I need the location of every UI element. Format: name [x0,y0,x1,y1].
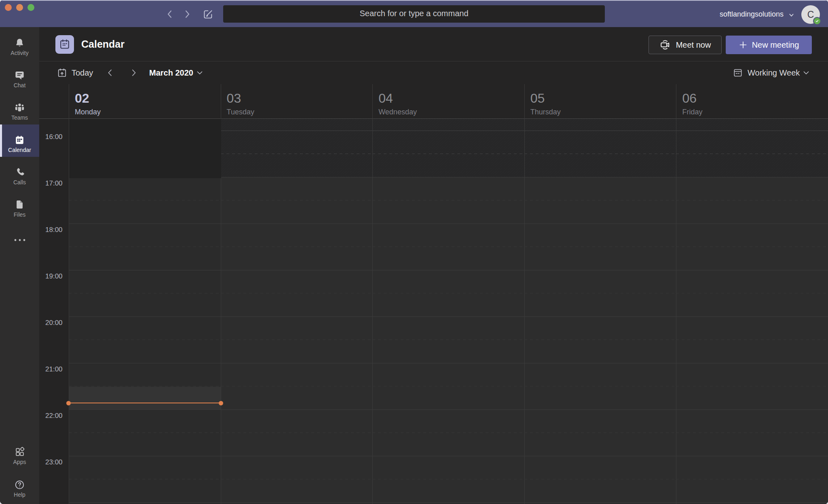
sidebar-item-activity[interactable]: Activity [0,27,39,60]
search-input[interactable]: Search for or type a command [223,5,605,23]
page-title: Calendar [81,38,125,50]
help-icon [0,479,39,490]
out-of-hours-shading [221,119,373,177]
plus-icon [739,40,748,49]
teams-people-icon [0,102,39,113]
apps-icon [0,446,39,458]
zoom-button[interactable] [27,4,34,11]
org-name: softlandingsolutions [720,10,784,19]
day-column-friday[interactable] [676,119,828,504]
time-label: 19:00 [45,272,70,280]
compose-button[interactable] [203,8,214,20]
back-button[interactable] [164,8,175,20]
chevron-left-icon [104,67,116,78]
prev-week-button[interactable] [104,67,116,78]
chat-icon [0,70,39,81]
minimize-button[interactable] [16,4,23,11]
meet-now-button[interactable]: Meet now [648,36,722,54]
phone-icon [0,167,39,178]
current-slot-highlight [69,387,221,409]
grid-divider [524,84,525,504]
sidebar-item-label: Help [0,491,39,498]
sidebar-item-label: Chat [0,82,39,89]
calendar-icon [0,134,39,146]
sidebar-item-chat[interactable]: Chat [0,60,39,92]
today-button[interactable]: Today [72,68,93,78]
sidebar-item-label: Activity [0,50,39,56]
forward-button[interactable] [182,8,193,20]
sidebar-item-label: Calls [0,179,39,186]
time-label: 17:00 [45,179,70,188]
grid-divider [676,84,676,504]
sidebar-item-more[interactable] [0,221,39,254]
view-switcher[interactable]: Working Week [748,68,800,78]
sidebar-item-apps[interactable]: Apps [0,437,39,469]
new-meeting-button[interactable]: New meeting [726,36,812,54]
day-name: Tuesday [227,108,254,116]
chevron-down-icon [788,12,794,18]
more-icon [0,234,39,246]
out-of-hours-shading [524,119,676,177]
titlebar: Search for or type a command softlanding… [0,0,828,27]
out-of-hours-shading [676,119,828,177]
calendar-grid: 16:00 17:00 18:00 19:00 20:00 21:00 22:0… [39,119,828,504]
search-placeholder: Search for or type a command [359,9,468,18]
day-name: Friday [682,108,702,116]
current-time-indicator [69,403,221,403]
status-available-icon [813,17,821,25]
time-label: 18:00 [45,226,70,234]
day-name: Thursday [530,108,561,116]
day-header-wednesday[interactable]: 04 Wednesday [372,84,524,118]
teams-window: Search for or type a command softlanding… [0,0,828,504]
time-label: 20:00 [45,319,70,327]
page-header: Calendar Meet now New meeting [39,27,828,61]
compose-icon [203,8,214,20]
sidebar-item-label: Apps [0,459,39,465]
sidebar-item-label: Files [0,211,39,218]
day-header-friday[interactable]: 06 Friday [676,84,828,118]
calendar-week-icon [732,67,744,78]
day-column-thursday[interactable] [524,119,676,504]
month-dropdown-chevron-icon[interactable] [195,68,206,79]
sidebar-item-calls[interactable]: Calls [0,157,39,189]
day-number: 02 [75,92,89,105]
sidebar-item-label: Teams [0,114,39,121]
view-dropdown-chevron-icon[interactable] [801,68,813,79]
time-label: 22:00 [45,412,70,420]
today-button-icon[interactable] [56,67,68,78]
sidebar-item-calendar[interactable]: Calendar [0,124,39,157]
day-column-monday[interactable] [69,119,221,504]
day-number: 06 [682,92,697,105]
day-column-tuesday[interactable] [221,119,373,504]
new-meeting-label: New meeting [752,40,799,50]
sidebar-item-files[interactable]: Files [0,189,39,221]
month-label[interactable]: March 2020 [149,68,193,78]
day-name: Wednesday [378,108,417,116]
calendar-today-icon [57,67,68,78]
sidebar-item-help[interactable]: Help [0,469,39,502]
past-time-overlay [69,119,221,178]
day-header-tuesday[interactable]: 03 Tuesday [221,84,373,118]
chevron-left-icon [164,8,175,20]
day-header-thursday[interactable]: 05 Thursday [524,84,676,118]
calendar-page: Calendar Meet now New meeting Today Marc… [39,27,828,504]
calendar-toolbar: Today March 2020 Working Week [39,62,828,84]
day-column-wednesday[interactable] [372,119,524,504]
camera-icon [659,39,672,51]
avatar[interactable]: C [801,5,820,24]
day-number: 04 [378,92,393,105]
day-header-monday[interactable]: 02 Monday [69,84,221,118]
next-week-button[interactable] [128,67,139,78]
time-label: 21:00 [45,365,70,373]
sidebar-item-teams[interactable]: Teams [0,92,39,124]
sidebar-item-label: Calendar [0,147,39,153]
time-label: 23:00 [45,458,70,466]
org-switcher[interactable]: softlandingsolutions [720,1,794,28]
file-icon [0,199,39,210]
day-number: 03 [227,92,241,105]
calendar-app-icon [55,35,74,54]
bell-icon [0,37,39,49]
chevron-right-icon [182,8,193,20]
day-name: Monday [75,108,101,116]
close-button[interactable] [5,4,12,11]
